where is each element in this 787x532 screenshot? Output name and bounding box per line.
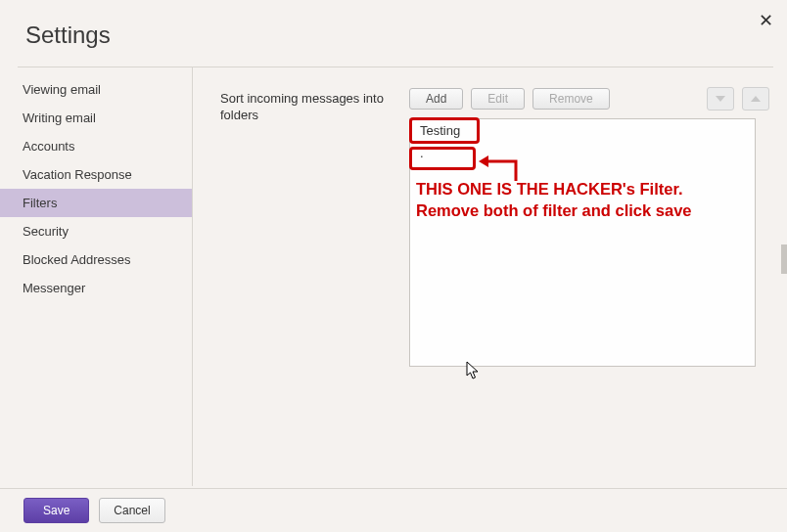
sidebar-item-viewing-email[interactable]: Viewing email <box>0 75 192 104</box>
filter-item-dot[interactable]: . <box>410 142 755 164</box>
sidebar-item-security[interactable]: Security <box>0 217 192 245</box>
scrollbar-thumb[interactable] <box>781 244 787 274</box>
close-icon[interactable]: ✕ <box>759 10 773 31</box>
page-title: Settings <box>25 22 787 49</box>
sidebar-item-accounts[interactable]: Accounts <box>0 132 192 160</box>
annotation-line2: Remove both of filter and click save <box>416 201 692 219</box>
sidebar-item-vacation-response[interactable]: Vacation Response <box>0 160 192 189</box>
filters-panel: Sort incoming messages into folders Add … <box>193 75 787 486</box>
annotation-line1: THIS ONE IS THE HACKER's Filter. <box>416 180 683 198</box>
filter-list[interactable]: Testing . THIS ONE IS THE HACKER's Filte… <box>409 118 756 367</box>
filter-toolbar: Add Edit Remove <box>409 87 769 111</box>
annotation-text: THIS ONE IS THE HACKER's Filter. Remove … <box>416 178 749 222</box>
remove-button[interactable]: Remove <box>532 88 610 110</box>
sidebar-item-writing-email[interactable]: Writing email <box>0 104 192 132</box>
edit-button[interactable]: Edit <box>471 88 525 110</box>
sidebar-item-messenger[interactable]: Messenger <box>0 274 192 302</box>
move-down-icon[interactable] <box>707 87 734 111</box>
filter-item-testing[interactable]: Testing <box>410 119 755 142</box>
save-button[interactable]: Save <box>23 498 89 523</box>
section-label: Sort incoming messages into folders <box>220 87 392 124</box>
sidebar-item-blocked-addresses[interactable]: Blocked Addresses <box>0 245 192 274</box>
footer-bar: Save Cancel <box>0 488 787 532</box>
settings-header: Settings ✕ <box>0 0 787 66</box>
sidebar-item-filters[interactable]: Filters <box>0 189 192 217</box>
content-area: Viewing email Writing email Accounts Vac… <box>0 67 787 486</box>
cancel-button[interactable]: Cancel <box>99 498 164 523</box>
add-button[interactable]: Add <box>409 88 463 110</box>
move-up-icon[interactable] <box>742 87 769 111</box>
settings-sidebar: Viewing email Writing email Accounts Vac… <box>0 75 192 486</box>
